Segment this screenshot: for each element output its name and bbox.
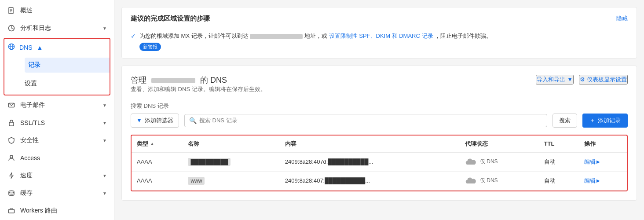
cloud-icon [465, 177, 477, 185]
storage-icon [7, 189, 16, 198]
sidebar-item-label: Access [20, 154, 107, 161]
sidebar-item-analytics[interactable]: 分析和日志 ▼ [0, 19, 114, 37]
col-type[interactable]: 类型 ▲ [132, 136, 183, 153]
cell-proxy: 仅 DNS [460, 152, 539, 171]
spf-dkim-link[interactable]: 设置限制性 SPF、DKIM 和 DMARC 记录 [329, 33, 433, 39]
dns-card-title: 管理 的 DNS [131, 75, 266, 85]
blurred-domain-title [151, 78, 195, 83]
add-filter-button[interactable]: ▼ 添加筛选器 [131, 114, 179, 128]
arrow-right-icon: ▶ [596, 159, 600, 164]
banner-hide-button[interactable]: 隐藏 [616, 15, 628, 22]
col-proxy-status[interactable]: 代理状态 [460, 136, 539, 153]
cell-content: 2409:8a28:407:██████████... [280, 171, 460, 190]
sidebar-item-label: 分析和日志 [20, 24, 98, 32]
banner-text-pre: 为您的根域添加 MX 记录，让邮件可以到达 [139, 33, 249, 39]
chevron-down-icon: ▼ [102, 191, 107, 196]
cloud-icon [465, 158, 477, 166]
sidebar-item-dns[interactable]: DNS ▲ [4, 39, 110, 56]
settings-label: 仪表板显示设置 [587, 76, 627, 84]
sidebar-item-label: 电子邮件 [20, 101, 98, 109]
banner-title: 建议的完成区域设置的步骤 [131, 15, 210, 23]
cell-ttl: 自动 [539, 152, 579, 171]
new-alert-badge: 新警报 [139, 43, 161, 51]
sidebar: 概述 分析和日志 ▼ DNS ▲ 记录 设置 电子邮件 [0, 0, 114, 220]
add-record-button[interactable]: ＋ 添加记录 [582, 114, 628, 128]
import-export-label: 导入和导出 [537, 76, 565, 84]
cell-ttl: 自动 [539, 171, 579, 190]
dns-card-actions: 导入和导出 ▼ ⚙ 仪表板显示设置 [536, 75, 628, 84]
banner: 建议的完成区域设置的步骤 隐藏 ✓ 为您的根域添加 MX 记录，让邮件可以到达 … [121, 7, 637, 59]
svg-rect-13 [9, 209, 15, 213]
cell-type: AAAA [132, 152, 183, 171]
chart-icon [7, 24, 16, 33]
sidebar-item-label: 概述 [20, 7, 107, 15]
dns-submenu: 记录 设置 [4, 56, 110, 95]
sidebar-item-label: DNS [19, 44, 33, 51]
search-row: ▼ 添加筛选器 🔍 搜索 ＋ 添加记录 [131, 114, 628, 128]
lock-icon [7, 118, 16, 127]
sort-asc-icon: ▲ [150, 141, 154, 146]
sidebar-sub-item-settings[interactable]: 设置 [25, 76, 110, 91]
col-action: 操作 [579, 136, 627, 153]
sidebar-item-email[interactable]: 电子邮件 ▼ [0, 96, 114, 114]
col-ttl[interactable]: TTL [539, 136, 579, 153]
main-content: 建议的完成区域设置的步骤 隐藏 ✓ 为您的根域添加 MX 记录，让邮件可以到达 … [114, 0, 644, 220]
svg-rect-9 [9, 122, 14, 126]
search-input[interactable] [199, 117, 542, 124]
sidebar-item-label: SSL/TLS [20, 119, 98, 126]
cell-content: 2409:8a28:407d:██████████... [280, 152, 460, 171]
sidebar-item-speed[interactable]: 速度 ▼ [0, 167, 114, 184]
search-button[interactable]: 搜索 [553, 114, 577, 128]
dns-title-post: 的 DNS [200, 76, 227, 84]
doc-icon [7, 6, 16, 15]
arrow-right-icon: ▶ [596, 178, 600, 183]
svg-marker-11 [10, 172, 13, 179]
dns-icon [8, 43, 15, 51]
col-name[interactable]: 名称 [183, 136, 279, 153]
cell-name: www [183, 171, 279, 190]
blurred-domain [250, 34, 303, 39]
dns-only-label: 仅 DNS [480, 177, 498, 184]
email-icon [7, 101, 16, 110]
dashboard-settings-button[interactable]: ⚙ 仪表板显示设置 [579, 75, 628, 84]
import-export-button[interactable]: 导入和导出 ▼ [536, 75, 574, 84]
lightning-icon [7, 171, 16, 180]
chevron-down-icon: ▼ [102, 173, 107, 178]
gear-icon: ⚙ [580, 76, 585, 83]
dns-title-pre: 管理 [131, 76, 146, 84]
sidebar-item-label: Workers 路由 [20, 207, 107, 215]
shield-icon [7, 136, 16, 145]
dns-management-card: 管理 的 DNS 查看、添加和编辑 DNS 记录。编辑将在保存后生效。 导入和导… [121, 66, 637, 201]
svg-point-12 [9, 191, 14, 193]
sidebar-sub-item-records[interactable]: 记录 [25, 58, 110, 73]
cell-proxy: 仅 DNS [460, 171, 539, 190]
col-content[interactable]: 内容 [280, 136, 460, 153]
table-row: AAAA ██████████ 2409:8a28:407d:█████████… [132, 152, 627, 171]
edit-link[interactable]: 编辑▶ [584, 158, 622, 166]
banner-text-mid: 地址，或 [304, 33, 327, 39]
sidebar-item-ssl[interactable]: SSL/TLS ▼ [0, 114, 114, 132]
sidebar-item-workers[interactable]: Workers 路由 [0, 202, 114, 220]
sidebar-item-label: 安全性 [20, 136, 98, 144]
sidebar-item-label: 缓存 [20, 189, 98, 197]
dns-only-label: 仅 DNS [480, 158, 498, 165]
edit-link[interactable]: 编辑▶ [584, 177, 622, 185]
chevron-down-icon: ▼ [102, 138, 107, 143]
cell-action[interactable]: 编辑▶ [579, 171, 627, 190]
cell-name: ██████████ [183, 152, 279, 171]
search-label: 搜索 DNS 记录 [131, 102, 628, 110]
search-box: 🔍 [184, 114, 547, 127]
sidebar-item-security[interactable]: 安全性 ▼ [0, 132, 114, 149]
filter-icon: ▼ [136, 117, 142, 124]
filter-label: 添加筛选器 [145, 117, 173, 125]
sidebar-item-overview[interactable]: 概述 [0, 2, 114, 19]
search-icon: 🔍 [189, 117, 197, 124]
cell-type: AAAA [132, 171, 183, 190]
dns-table: 类型 ▲ 名称 内容 代理状态 TTL 操作 AAAA ██████████ [132, 136, 627, 191]
chevron-up-icon: ▲ [37, 44, 43, 51]
cell-action[interactable]: 编辑▶ [579, 152, 627, 171]
sidebar-item-cache[interactable]: 缓存 ▼ [0, 184, 114, 202]
table-row: AAAA www 2409:8a28:407:██████████... 仅 D… [132, 171, 627, 190]
sidebar-item-access[interactable]: Access [0, 149, 114, 167]
access-icon [7, 154, 16, 162]
